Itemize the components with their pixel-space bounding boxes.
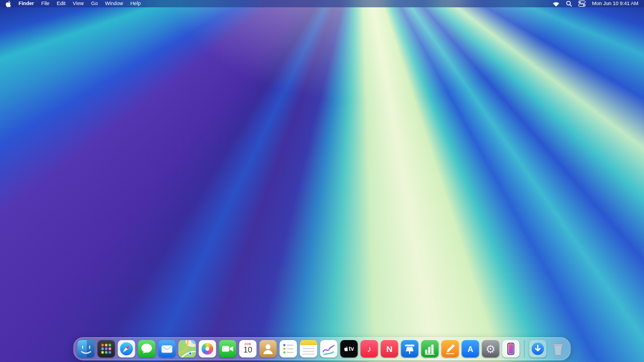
dock-item-pages[interactable] — [442, 340, 459, 358]
dock-item-launchpad[interactable] — [98, 340, 115, 358]
wifi-icon — [552, 1, 560, 7]
control-center-icon — [578, 1, 586, 7]
notes-line — [303, 348, 315, 349]
maps-icon — [179, 340, 196, 358]
menu-bar-left: Finder File Edit View Go Window Help — [6, 0, 140, 7]
trash-icon — [550, 340, 567, 358]
dock-item-maps[interactable] — [179, 340, 196, 358]
menu-bar-clock[interactable]: Mon Jun 10 9:41 AM — [592, 0, 638, 7]
dock-item-reminders[interactable] — [280, 340, 297, 358]
dock-item-downloads[interactable] — [529, 340, 547, 358]
launchpad-icon — [98, 340, 115, 358]
music-note-glyph: ♪ — [367, 345, 371, 354]
keynote-icon — [401, 340, 419, 358]
facetime-icon — [219, 340, 237, 358]
pages-icon — [442, 340, 459, 358]
music-icon: ♪ — [361, 340, 378, 358]
contacts-icon — [260, 340, 277, 358]
app-store-letter: A — [468, 345, 473, 353]
dock-item-contacts[interactable] — [260, 340, 277, 358]
search-icon — [566, 1, 572, 7]
app-menu-finder[interactable]: Finder — [19, 0, 34, 7]
freeform-icon — [320, 340, 338, 358]
dock: JUN 10 — [74, 337, 571, 360]
dock-item-system-settings[interactable]: ⚙ — [482, 340, 500, 358]
notes-icon — [300, 340, 318, 358]
tv-label: tv — [349, 346, 354, 352]
apple-logo-icon — [6, 1, 11, 7]
calendar-day-label: 10 — [243, 346, 252, 354]
dock-item-mail[interactable] — [158, 340, 176, 358]
iphone-mirroring-icon — [502, 340, 520, 358]
dock-divider — [524, 341, 525, 358]
menu-go[interactable]: Go — [91, 0, 98, 7]
gear-icon: ⚙ — [486, 343, 496, 355]
system-settings-icon: ⚙ — [482, 340, 500, 358]
finder-icon — [78, 340, 95, 358]
safari-icon — [118, 340, 135, 358]
desktop-wallpaper: Finder File Edit View Go Window Help Mon… — [0, 0, 644, 362]
notes-line — [303, 354, 315, 355]
dock-item-tv[interactable]: tv — [341, 340, 358, 358]
calendar-icon: JUN 10 — [239, 340, 257, 358]
menu-view[interactable]: View — [73, 0, 84, 7]
dock-item-safari[interactable] — [118, 340, 135, 358]
menu-help[interactable]: Help — [130, 0, 141, 7]
dock-item-freeform[interactable] — [320, 340, 338, 358]
dock-item-calendar[interactable]: JUN 10 — [239, 340, 257, 358]
menu-bar-status: Mon Jun 10 9:41 AM — [552, 0, 638, 7]
menu-window[interactable]: Window — [105, 0, 123, 7]
news-icon: N — [381, 340, 398, 358]
menu-file[interactable]: File — [42, 0, 50, 7]
dock-item-trash[interactable] — [550, 340, 567, 358]
dock-item-keynote[interactable] — [401, 340, 419, 358]
dock-item-music[interactable]: ♪ — [361, 340, 378, 358]
photos-flower — [202, 343, 214, 355]
notes-line — [303, 351, 315, 352]
downloads-icon — [529, 340, 547, 358]
dock-item-messages[interactable] — [138, 340, 156, 358]
numbers-icon — [421, 340, 439, 358]
apple-tv-icon: tv — [341, 340, 358, 358]
news-letter: N — [387, 345, 393, 353]
dock-item-iphone-mirroring[interactable] — [502, 340, 520, 358]
dock-item-app-store[interactable]: A — [462, 340, 479, 358]
dock-item-news[interactable]: N — [381, 340, 398, 358]
control-center-button[interactable] — [578, 1, 586, 7]
mail-icon — [158, 340, 176, 358]
spotlight-button[interactable] — [566, 1, 572, 7]
messages-icon — [138, 340, 156, 358]
reminders-icon — [280, 340, 297, 358]
photos-icon — [199, 340, 216, 358]
menu-bar: Finder File Edit View Go Window Help Mon… — [0, 0, 644, 7]
apple-menu[interactable] — [6, 1, 11, 7]
app-store-icon: A — [462, 340, 479, 358]
apple-logo-icon — [344, 346, 348, 351]
dock-item-facetime[interactable] — [219, 340, 237, 358]
dock-item-notes[interactable] — [300, 340, 318, 358]
dock-item-numbers[interactable] — [421, 340, 439, 358]
dock-item-photos[interactable] — [199, 340, 216, 358]
wifi-status[interactable] — [552, 1, 560, 7]
dock-item-finder[interactable] — [78, 340, 95, 358]
menu-edit[interactable]: Edit — [57, 0, 66, 7]
notes-header-band — [300, 340, 318, 345]
